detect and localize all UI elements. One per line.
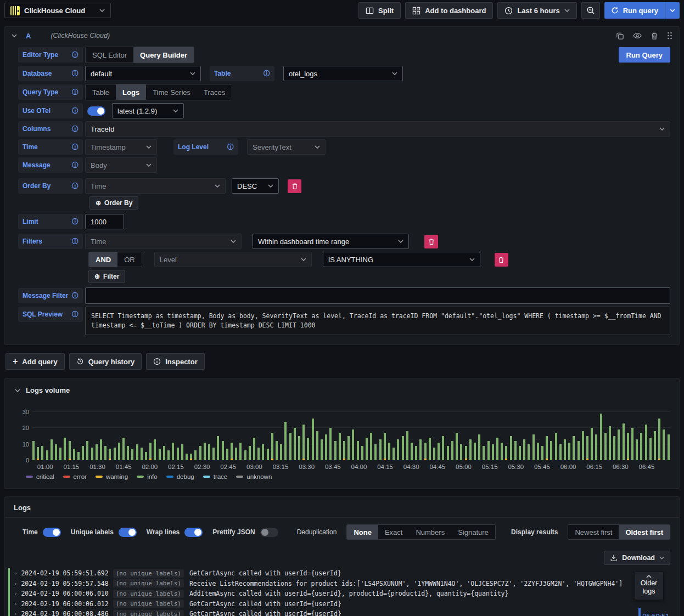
volume-bar[interactable] <box>627 433 629 460</box>
volume-bar[interactable] <box>59 448 61 460</box>
order-by-field-select[interactable]: Time <box>85 178 226 194</box>
volume-bar[interactable] <box>239 443 242 460</box>
query-row-header[interactable]: A (ClickHouse Cloud) <box>5 27 679 44</box>
volume-bar[interactable] <box>334 441 337 460</box>
volume-bar[interactable] <box>194 450 197 460</box>
volume-bar[interactable] <box>668 434 670 460</box>
volume-bar[interactable] <box>582 431 584 460</box>
volume-bar[interactable] <box>86 441 88 460</box>
expand-chevron-icon[interactable]: › <box>14 601 17 607</box>
volume-bar[interactable] <box>532 434 535 460</box>
volume-bar[interactable] <box>555 433 557 460</box>
volume-bar[interactable] <box>212 448 215 460</box>
log-row[interactable]: ›2024-02-19 05:59:57.548(no unique label… <box>8 579 679 589</box>
volume-bar[interactable] <box>136 444 138 460</box>
volume-bar[interactable] <box>343 441 345 460</box>
volume-bar[interactable] <box>217 436 219 460</box>
filter-condition-select[interactable]: Within dashboard time range <box>253 234 409 249</box>
volume-bar[interactable] <box>483 446 485 460</box>
volume-bar[interactable] <box>645 425 647 460</box>
volume-bar[interactable] <box>96 444 98 460</box>
duplicate-query-icon[interactable] <box>616 32 624 40</box>
volume-bar[interactable] <box>104 446 106 460</box>
volume-bar[interactable] <box>167 450 170 460</box>
log-row[interactable]: ›2024-02-19 06:00:06.010(no unique label… <box>8 589 679 599</box>
legend-item-info[interactable]: info <box>137 473 158 480</box>
time-column-select[interactable]: Timestamp <box>85 139 157 155</box>
volume-bar[interactable] <box>465 446 467 460</box>
query-type-option[interactable]: Table <box>86 84 116 100</box>
volume-bar[interactable] <box>528 444 530 460</box>
info-icon[interactable]: ⓘ <box>72 310 79 319</box>
time-range-picker[interactable]: Last 6 hours <box>497 2 576 19</box>
table-select[interactable]: otel_logs <box>283 66 403 81</box>
hide-query-eye-icon[interactable] <box>633 32 642 39</box>
run-query-options-button[interactable] <box>665 2 680 19</box>
volume-bar[interactable] <box>51 439 53 460</box>
volume-bar[interactable] <box>122 438 125 460</box>
expand-chevron-icon[interactable]: › <box>14 611 17 616</box>
volume-bar[interactable] <box>379 439 382 460</box>
filter-level-select[interactable]: Level <box>154 252 312 267</box>
volume-bar[interactable] <box>177 448 179 460</box>
volume-bar[interactable] <box>109 449 111 460</box>
volume-bar[interactable] <box>280 444 282 460</box>
volume-bar[interactable] <box>402 436 404 460</box>
volume-bar[interactable] <box>424 443 427 460</box>
volume-bar[interactable] <box>149 443 152 460</box>
volume-bar[interactable] <box>419 439 422 460</box>
legend-item-critical[interactable]: critical <box>26 473 54 480</box>
database-select[interactable]: default <box>85 66 201 81</box>
volume-bar[interactable] <box>537 443 539 460</box>
info-icon[interactable]: ⓘ <box>72 88 79 97</box>
scroll-indicator[interactable] <box>638 608 641 616</box>
legend-item-trace[interactable]: trace <box>203 473 228 480</box>
logs-volume-header[interactable]: Logs volume <box>13 384 670 400</box>
volume-bar[interactable] <box>573 436 575 460</box>
volume-bar[interactable] <box>208 444 210 460</box>
volume-bar[interactable] <box>550 441 552 460</box>
volume-bar[interactable] <box>361 446 363 460</box>
volume-bar[interactable] <box>451 441 453 460</box>
volume-bar[interactable] <box>663 429 665 460</box>
display-results-option[interactable]: Oldest first <box>619 525 670 539</box>
volume-bar[interactable] <box>244 450 246 460</box>
display-results-option[interactable]: Newest first <box>568 525 619 539</box>
volume-bar[interactable] <box>73 449 75 460</box>
collapse-chevron-icon[interactable] <box>12 34 17 37</box>
otel-version-select[interactable]: latest (1.2.9) <box>112 103 184 118</box>
volume-bar[interactable] <box>487 441 490 460</box>
volume-bar[interactable] <box>460 444 462 460</box>
volume-bar[interactable] <box>186 454 188 460</box>
download-button[interactable]: Download <box>604 551 670 565</box>
volume-bar[interactable] <box>145 452 147 460</box>
inspector-button[interactable]: Inspector <box>146 353 205 370</box>
volume-bar[interactable] <box>388 443 390 460</box>
info-icon[interactable]: ⓘ <box>72 161 79 170</box>
editor-run-query-button[interactable]: Run Query <box>619 47 670 63</box>
volume-bar[interactable] <box>469 439 472 460</box>
deduplication-option[interactable]: Signature <box>451 525 495 539</box>
volume-bar[interactable] <box>131 449 133 460</box>
volume-bar[interactable] <box>564 439 566 460</box>
volume-bar[interactable] <box>541 446 543 460</box>
volume-bar[interactable] <box>478 434 480 460</box>
volume-bar[interactable] <box>442 436 444 460</box>
volume-bar[interactable] <box>429 438 431 460</box>
volume-bar[interactable] <box>91 448 93 460</box>
info-icon[interactable]: ⓘ <box>72 182 79 191</box>
add-order-by-button[interactable]: ⊕Order By <box>89 196 138 210</box>
toggle-switch[interactable] <box>184 528 203 537</box>
volume-bar[interactable] <box>181 444 183 460</box>
volume-bar[interactable] <box>37 447 39 460</box>
volume-bar[interactable] <box>69 441 71 460</box>
volume-bar[interactable] <box>204 443 206 460</box>
message-column-select[interactable]: Body <box>85 157 157 173</box>
toggle-switch[interactable] <box>119 528 137 537</box>
volume-bar[interactable] <box>415 446 417 460</box>
editor-type-option[interactable]: Query Builder <box>133 47 194 63</box>
volume-bar[interactable] <box>613 436 615 460</box>
volume-bar[interactable] <box>604 433 607 460</box>
volume-bar[interactable] <box>114 448 116 460</box>
log-row[interactable]: ›2024-02-19 05:59:51.692(no unique label… <box>8 568 679 579</box>
